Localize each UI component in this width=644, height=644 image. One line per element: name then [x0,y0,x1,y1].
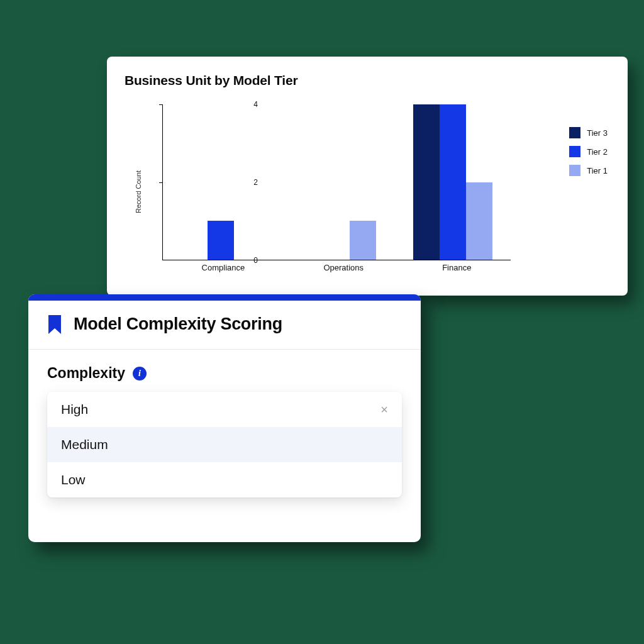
bar-tier3 [413,104,440,260]
section-title: Complexity [47,365,125,382]
complexity-dropdown[interactable]: High × Medium Low [47,392,402,497]
option-label: Low [61,472,86,487]
panel-title: Model Complexity Scoring [74,314,282,334]
chart-card: Business Unit by Model Tier Record Count… [107,57,628,296]
option-label: High [61,402,88,417]
section-header: Complexity i [47,365,402,382]
bar-group-compliance [163,104,279,260]
option-label: Medium [61,437,108,452]
panel-accent-bar [28,294,421,301]
x-tick-label: Compliance [202,263,245,272]
panel-header: Model Complexity Scoring [28,301,421,350]
x-tick-label: Finance [442,263,471,272]
bar-tier1 [466,182,492,260]
scoring-panel: Model Complexity Scoring Complexity i Hi… [28,294,421,542]
bar-groups [163,104,511,260]
y-axis-label: Record Count [135,170,142,213]
bar-tier1 [350,221,376,260]
legend-item-tier3: Tier 3 [569,127,608,138]
x-tick-label: Operations [323,263,364,272]
plot-area [162,104,511,260]
bar-tier2 [440,104,466,260]
option-low[interactable]: Low [47,462,402,497]
legend-item-tier1: Tier 1 [569,165,608,176]
bar-tier2 [208,221,234,260]
x-axis-labels: Compliance Operations Finance [162,263,511,272]
complexity-section: Complexity i High × Medium Low [28,350,421,497]
legend-item-tier2: Tier 2 [569,146,608,157]
legend-swatch [569,146,580,157]
chart-plot: Record Count 4 2 0 [145,101,610,283]
legend-swatch [569,127,580,138]
legend-label: Tier 1 [587,166,608,175]
clear-icon[interactable]: × [380,403,388,416]
chart-legend: Tier 3 Tier 2 Tier 1 [569,127,608,176]
chart-title: Business Unit by Model Tier [125,73,614,88]
legend-swatch [569,165,580,176]
option-medium[interactable]: Medium [47,427,402,462]
bar-group-operations [279,104,394,260]
option-high[interactable]: High × [47,392,402,427]
legend-label: Tier 2 [587,147,608,157]
legend-label: Tier 3 [587,128,608,138]
bar-group-finance [395,104,511,260]
info-icon[interactable]: i [133,367,147,380]
bookmark-icon [47,315,62,334]
